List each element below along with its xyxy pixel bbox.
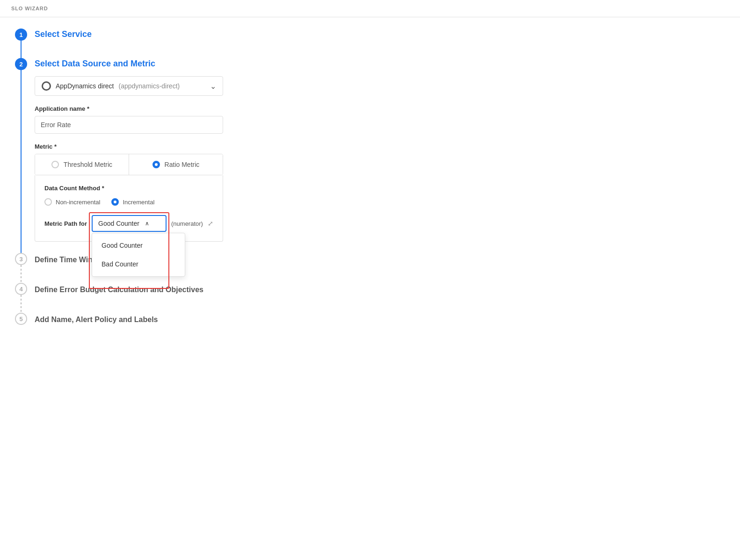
step-2-title: Select Data Source and Metric <box>35 58 223 69</box>
app-name-input[interactable] <box>35 116 223 134</box>
counter-selected-label: Good Counter <box>98 220 139 227</box>
metric-label: Metric * <box>35 143 223 150</box>
metric-path-label: Metric Path for <box>44 220 87 227</box>
step-4-title: Define Error Budget Calculation and Obje… <box>35 285 223 294</box>
page-header: SLO WIZARD <box>0 0 740 17</box>
threshold-metric-tab[interactable]: Threshold Metric <box>35 154 129 175</box>
incremental-option[interactable]: Incremental <box>111 198 154 206</box>
bad-counter-option[interactable]: Bad Counter <box>92 255 185 273</box>
incremental-label: Incremental <box>123 199 154 206</box>
counter-chevron-up-icon: ∧ <box>145 220 149 227</box>
non-incremental-option[interactable]: Non-incremental <box>44 198 100 206</box>
counter-dropdown-menu: Good Counter Bad Counter <box>92 233 185 277</box>
step-4-line <box>21 295 22 313</box>
good-counter-option[interactable]: Good Counter <box>92 236 185 255</box>
metric-tabs: Threshold Metric Ratio Metric <box>35 154 223 175</box>
counter-dropdown-button[interactable]: Good Counter ∧ <box>92 215 167 232</box>
threshold-radio[interactable] <box>51 161 59 168</box>
metric-path-row: Metric Path for Good Counter ∧ <box>44 215 213 232</box>
step-1-circle: 1 <box>15 29 27 41</box>
non-incremental-label: Non-incremental <box>56 199 100 206</box>
datasource-icon <box>42 81 51 91</box>
app-name-label: Application name * <box>35 105 223 112</box>
threshold-metric-label: Threshold Metric <box>64 161 112 168</box>
non-incremental-radio[interactable] <box>44 198 52 206</box>
ratio-metric-panel: Data Count Method * Non-incremental Incr… <box>35 175 223 242</box>
datasource-id: (appdynamics-direct) <box>119 82 180 90</box>
step-1-line <box>21 41 22 58</box>
step-3-circle: 3 <box>15 253 27 265</box>
step-2-line <box>21 70 22 253</box>
datasource-name: AppDynamics direct <box>56 82 114 90</box>
step-3-line <box>21 265 22 283</box>
ratio-metric-label: Ratio Metric <box>165 161 200 168</box>
data-count-method-group: Non-incremental Incremental <box>44 198 213 206</box>
incremental-radio[interactable] <box>111 198 119 206</box>
datasource-chevron-icon: ⌄ <box>210 82 216 91</box>
ratio-radio[interactable] <box>152 161 160 168</box>
data-count-label: Data Count Method * <box>44 185 213 192</box>
counter-dropdown-wrapper: Good Counter ∧ Good Counter Bad C <box>92 215 167 232</box>
step-1-title[interactable]: Select Service <box>35 29 223 39</box>
ratio-metric-tab[interactable]: Ratio Metric <box>129 154 223 175</box>
step-2-circle: 2 <box>15 58 27 70</box>
expand-icon[interactable]: ⤢ <box>208 220 213 227</box>
datasource-dropdown[interactable]: AppDynamics direct (appdynamics-direct) … <box>35 76 223 96</box>
numerator-label: (numerator) <box>171 220 203 227</box>
step-5-circle: 5 <box>15 313 27 325</box>
step-5-title: Add Name, Alert Policy and Labels <box>35 315 223 324</box>
step-4-circle: 4 <box>15 283 27 295</box>
